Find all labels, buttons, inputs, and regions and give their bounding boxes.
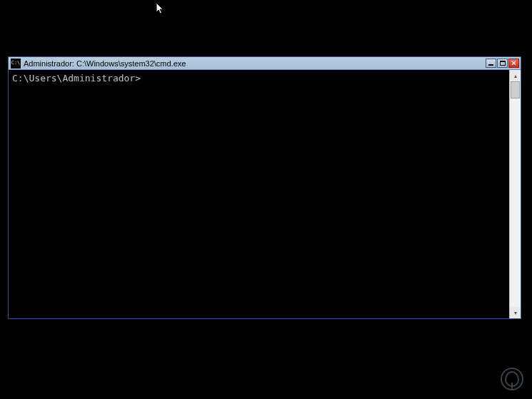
scroll-track[interactable] xyxy=(510,81,521,307)
terminal-area: C:\Users\Administrador> ▴ ▾ xyxy=(9,70,521,318)
maximize-button[interactable] xyxy=(497,59,508,68)
prompt-line: C:\Users\Administrador> xyxy=(12,73,506,84)
vertical-scrollbar[interactable]: ▴ ▾ xyxy=(509,70,521,318)
window-controls: × xyxy=(486,57,521,69)
scroll-thumb[interactable] xyxy=(511,81,520,99)
mouse-cursor xyxy=(156,3,165,16)
minimize-icon xyxy=(488,64,493,66)
maximize-icon xyxy=(500,61,506,66)
cmd-window: C:\ Administrador: C:\Windows\system32\c… xyxy=(8,56,521,319)
window-title: Administrador: C:\Windows\system32\cmd.e… xyxy=(24,57,486,70)
close-button[interactable]: × xyxy=(508,59,519,68)
close-icon: × xyxy=(511,59,516,67)
titlebar[interactable]: C:\ Administrador: C:\Windows\system32\c… xyxy=(9,57,521,70)
terminal-content[interactable]: C:\Users\Administrador> xyxy=(9,70,509,318)
scroll-down-button[interactable]: ▾ xyxy=(510,307,521,318)
minimize-button[interactable] xyxy=(486,59,496,68)
cmd-icon: C:\ xyxy=(11,59,21,69)
watermark-logo xyxy=(501,368,523,390)
watermark-head-icon xyxy=(505,371,519,387)
scroll-up-button[interactable]: ▴ xyxy=(510,70,521,81)
